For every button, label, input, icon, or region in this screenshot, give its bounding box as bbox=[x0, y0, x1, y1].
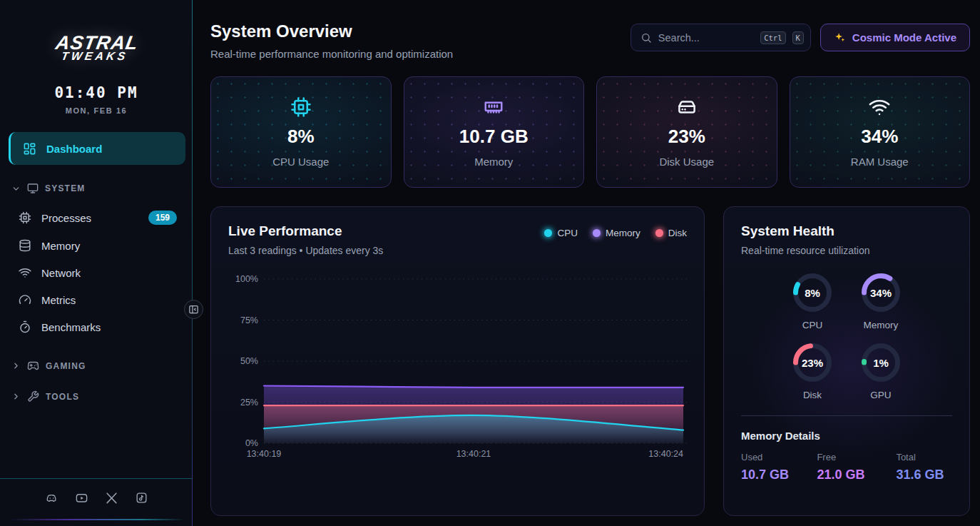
panel-left-close-icon bbox=[188, 304, 199, 315]
memory-free-value: 21.0 GB bbox=[817, 467, 896, 482]
cpu-legend-dot bbox=[544, 229, 552, 237]
sidebar-section-label: GAMING bbox=[46, 361, 86, 371]
sidebar-section-tools[interactable]: TOOLS bbox=[0, 381, 193, 412]
legend-item-disk[interactable]: Disk bbox=[655, 228, 687, 238]
search-box[interactable]: Ctrl K bbox=[631, 24, 811, 51]
discord-icon[interactable] bbox=[45, 491, 58, 505]
ram-stick-icon bbox=[483, 96, 504, 118]
live-performance-subtitle: Last 3 readings • Updates every 3s bbox=[228, 245, 383, 256]
sidebar-section-gaming[interactable]: GAMING bbox=[0, 350, 193, 381]
processes-count-badge: 159 bbox=[148, 211, 177, 225]
sidebar-item-memory[interactable]: Memory bbox=[0, 232, 193, 259]
sidebar-collapse-button[interactable] bbox=[184, 300, 203, 319]
stat-label: Memory bbox=[474, 156, 513, 168]
health-ring-memory: 34% Memory bbox=[847, 272, 915, 330]
wifi-icon bbox=[869, 96, 890, 118]
legend-item-memory[interactable]: Memory bbox=[593, 228, 640, 238]
health-ring-cpu: 8% CPU bbox=[778, 272, 847, 330]
hard-drive-icon bbox=[676, 96, 698, 118]
cosmic-mode-label: Cosmic Mode Active bbox=[852, 31, 956, 44]
sidebar-item-metrics[interactable]: Metrics bbox=[0, 286, 193, 313]
x-icon[interactable] bbox=[105, 491, 118, 505]
memory-free-label: Free bbox=[817, 452, 896, 462]
svg-text:50%: 50% bbox=[240, 356, 258, 366]
sidebar-section-label: SYSTEM bbox=[45, 183, 86, 193]
health-ring-disk: 23% Disk bbox=[778, 342, 847, 400]
chevron-right-icon bbox=[11, 392, 21, 401]
memory-details-title: Memory Details bbox=[741, 430, 952, 442]
sidebar-item-label: Dashboard bbox=[46, 143, 102, 155]
search-icon bbox=[640, 32, 652, 44]
main-content: System Overview Real-time performance mo… bbox=[193, 0, 980, 526]
ring-value: 23% bbox=[792, 342, 833, 383]
sidebar-item-dashboard[interactable]: Dashboard bbox=[9, 132, 185, 165]
ring-value: 1% bbox=[860, 342, 902, 383]
legend-label: Memory bbox=[606, 228, 640, 238]
sidebar-item-label: Processes bbox=[41, 212, 91, 224]
clock: 01:40 PM MON, FEB 16 bbox=[0, 84, 193, 115]
memory-legend-dot bbox=[593, 229, 601, 237]
svg-text:13:40:19: 13:40:19 bbox=[247, 449, 282, 459]
ctrl-key-badge: Ctrl bbox=[760, 31, 785, 44]
sidebar-item-processes[interactable]: Processes 159 bbox=[0, 203, 193, 232]
page-title: System Overview bbox=[210, 21, 453, 41]
sidebar-item-label: Benchmarks bbox=[41, 321, 101, 333]
memory-total-value: 31.6 GB bbox=[896, 467, 952, 482]
memory-free: Free 21.0 GB bbox=[817, 452, 896, 482]
sidebar-item-benchmarks[interactable]: Benchmarks bbox=[0, 313, 193, 340]
system-health-title: System Health bbox=[741, 223, 952, 239]
page-header: System Overview Real-time performance mo… bbox=[210, 21, 970, 60]
svg-text:100%: 100% bbox=[235, 274, 258, 284]
logo-text-astral: ASTRAL bbox=[54, 34, 140, 51]
monitor-icon bbox=[27, 183, 39, 194]
wrench-icon bbox=[27, 390, 39, 403]
stat-card-cpu: 8% CPU Usage bbox=[210, 76, 392, 188]
svg-text:75%: 75% bbox=[240, 315, 258, 325]
database-icon bbox=[19, 239, 31, 252]
chevron-right-icon bbox=[11, 361, 21, 370]
ring-value: 8% bbox=[792, 272, 833, 313]
legend-item-cpu[interactable]: CPU bbox=[544, 228, 578, 238]
sidebar-footer bbox=[0, 478, 193, 526]
health-divider bbox=[741, 415, 952, 416]
sidebar-item-label: Metrics bbox=[41, 294, 76, 306]
sidebar-item-network[interactable]: Network bbox=[0, 259, 193, 286]
tiktok-icon[interactable] bbox=[135, 491, 148, 505]
stat-value: 8% bbox=[287, 126, 315, 148]
cpu-chip-icon bbox=[290, 96, 312, 118]
system-health-panel: System Health Real-time resource utiliza… bbox=[723, 206, 970, 516]
system-health-subtitle: Real-time resource utilization bbox=[741, 245, 952, 256]
health-ring-gpu: 1% GPU bbox=[847, 342, 915, 400]
ring-label: Disk bbox=[803, 390, 822, 400]
wifi-icon bbox=[19, 266, 31, 279]
stat-cards-row: 8% CPU Usage 10.7 GB Memory 23% Disk Usa… bbox=[210, 76, 970, 188]
sidebar-section-label: TOOLS bbox=[46, 392, 79, 402]
health-rings-grid: 8% CPU 34% Memory 23% Disk bbox=[741, 272, 952, 400]
ring-value: 34% bbox=[860, 272, 902, 313]
app-logo: ASTRAL TWEAKS bbox=[0, 0, 193, 63]
ring-label: GPU bbox=[870, 390, 891, 400]
stat-card-disk: 23% Disk Usage bbox=[596, 76, 777, 188]
cosmic-mode-button[interactable]: Cosmic Mode Active bbox=[820, 24, 970, 51]
stat-card-memory: 10.7 GB Memory bbox=[404, 76, 585, 188]
memory-total: Total 31.6 GB bbox=[896, 452, 952, 482]
legend-label: Disk bbox=[668, 228, 687, 238]
memory-used-value: 10.7 GB bbox=[741, 467, 817, 482]
stat-label: RAM Usage bbox=[851, 156, 909, 168]
stat-value: 34% bbox=[861, 126, 898, 148]
live-performance-panel: Live Performance Last 3 readings • Updat… bbox=[210, 206, 705, 516]
dashboard-grid-icon bbox=[23, 142, 36, 156]
chevron-down-icon bbox=[11, 184, 21, 193]
sidebar-section-system[interactable]: SYSTEM bbox=[0, 173, 193, 203]
memory-used: Used 10.7 GB bbox=[741, 452, 817, 482]
gauge-icon bbox=[19, 293, 31, 306]
svg-text:0%: 0% bbox=[245, 438, 258, 448]
stat-card-ram: 34% RAM Usage bbox=[790, 76, 971, 188]
sidebar-item-label: Memory bbox=[41, 240, 80, 252]
youtube-icon[interactable] bbox=[75, 491, 88, 505]
search-input[interactable] bbox=[658, 32, 754, 44]
sparkles-icon bbox=[834, 31, 846, 44]
disk-legend-dot bbox=[655, 229, 663, 237]
memory-details-grid: Used 10.7 GB Free 21.0 GB Total 31.6 GB bbox=[741, 452, 952, 482]
chart-legend: CPU Memory Disk bbox=[544, 228, 687, 238]
